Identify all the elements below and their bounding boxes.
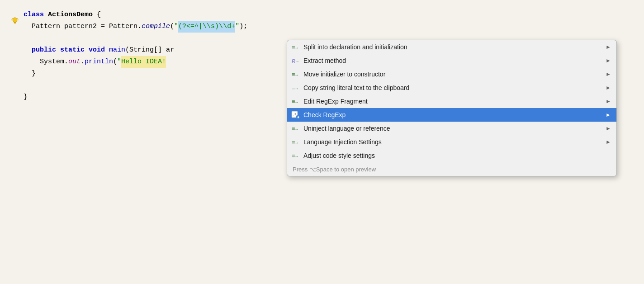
footer-text: Press ⌥Space to open preview — [293, 166, 611, 173]
menu-label-edit: Edit RegExp Fragment — [303, 98, 602, 105]
menu-arrow-edit: ► — [606, 98, 611, 104]
refactor-icon-copy: ≡ → — [291, 83, 300, 92]
code-brace: } — [24, 91, 28, 103]
keyword-class: class — [24, 9, 44, 21]
svg-text:→: → — [294, 140, 299, 145]
svg-text:→: → — [294, 127, 299, 132]
refactor-icon-extract: R → — [291, 56, 300, 65]
menu-label-uninject: Uninject language or reference — [303, 125, 602, 132]
menu-item-copy[interactable]: ≡ → Copy string literal text to the clip… — [287, 81, 616, 95]
menu-item-uninject[interactable]: ≡ → Uninject language or reference ► — [287, 122, 616, 135]
code-dot: . — [80, 56, 85, 68]
menu-item-edit[interactable]: ≡ → Edit RegExp Fragment ► — [287, 95, 616, 108]
code-text: { — [93, 9, 101, 21]
string-highlighted: (?<=^|\\s)\\d+ — [178, 21, 235, 33]
menu-arrow-extract: ► — [606, 57, 611, 64]
method-compile: compile — [142, 21, 170, 33]
code-text: (String[] ar — [125, 44, 174, 56]
menu-label-move: Move initializer to constructor — [303, 71, 602, 78]
svg-text:✦: ✦ — [297, 115, 300, 119]
string-start-quote: " — [174, 21, 178, 33]
code-indent — [24, 44, 32, 56]
code-line-1: class ActionsDemo { — [9, 9, 644, 21]
menu-item-move[interactable]: ≡ → Move initializer to constructor ► — [287, 67, 616, 81]
menu-item-check[interactable]: .* ✦ Check RegExp ► — [287, 108, 616, 122]
println-method: println — [85, 56, 113, 68]
menu-label-injection: Language Injection Settings — [303, 138, 602, 146]
menu-arrow-copy: ► — [606, 85, 611, 91]
menu-label-copy: Copy string literal text to the clipboar… — [303, 84, 602, 91]
code-line-2: Pattern pattern2 = Pattern.compile("(?<=… — [9, 21, 644, 33]
menu-item-extract[interactable]: R → Extract method ► — [287, 54, 616, 67]
type-pattern: Pattern — [32, 21, 60, 33]
menu-item-split[interactable]: ≡ → Split into declaration and initializ… — [287, 40, 616, 54]
code-text — [56, 44, 60, 56]
out-field: out — [68, 56, 80, 68]
menu-item-adjust[interactable]: ≡ → Adjust code style settings — [287, 149, 616, 162]
svg-text:→: → — [294, 45, 299, 50]
kw-void: void — [89, 44, 105, 56]
menu-arrow-uninject: ► — [606, 125, 611, 132]
string-end-quote: " — [235, 21, 239, 33]
code-text — [85, 44, 89, 56]
menu-label-extract: Extract method — [303, 57, 602, 64]
system-class: System. — [40, 56, 68, 68]
menu-arrow-split: ► — [606, 44, 611, 50]
refactor-icon-adjust: ≡ → — [291, 151, 300, 160]
class-name: ActionsDemo — [48, 9, 93, 21]
menu-arrow-move: ► — [606, 71, 611, 77]
hello-string-start: " — [117, 56, 121, 68]
svg-text:→: → — [294, 154, 299, 159]
menu-label-split: Split into declaration and initializatio… — [303, 43, 602, 51]
refactor-icon-uninject: ≡ → — [291, 124, 300, 133]
code-indent — [24, 56, 40, 68]
code-indent: } — [24, 68, 36, 80]
code-text: ); — [239, 21, 247, 33]
svg-text:→: → — [294, 72, 299, 77]
kw-static: static — [60, 44, 85, 56]
kw-public: public — [32, 44, 56, 56]
refactor-icon-injection: ≡ → — [291, 137, 300, 147]
svg-text:→: → — [294, 86, 299, 91]
code-text: ( — [170, 21, 174, 33]
svg-text:→: → — [294, 99, 299, 104]
code-text: pattern2 = Pattern. — [60, 21, 142, 33]
menu-item-injection[interactable]: ≡ → Language Injection Settings ► — [287, 135, 616, 149]
method-main: main — [105, 44, 125, 56]
code-text: ( — [113, 56, 117, 68]
refactor-icon-move: ≡ → — [291, 70, 300, 79]
svg-text:→: → — [295, 59, 299, 64]
code-indent — [24, 21, 32, 33]
refactor-icon-split: ≡ → — [291, 43, 300, 52]
svg-line-5 — [17, 18, 18, 19]
check-regexp-icon: .* ✦ — [291, 110, 300, 119]
context-menu: ≡ → Split into declaration and initializ… — [287, 40, 617, 176]
svg-line-4 — [12, 18, 13, 19]
code-text — [44, 9, 48, 21]
menu-label-check: Check RegExp — [303, 111, 602, 118]
menu-arrow-check: ► — [606, 112, 611, 118]
menu-arrow-injection: ► — [606, 139, 611, 145]
hello-string-highlighted: Hello IDEA! — [121, 56, 166, 68]
menu-label-adjust: Adjust code style settings — [303, 152, 611, 159]
menu-footer: Press ⌥Space to open preview — [287, 162, 616, 176]
refactor-icon-edit: ≡ → — [291, 97, 300, 106]
